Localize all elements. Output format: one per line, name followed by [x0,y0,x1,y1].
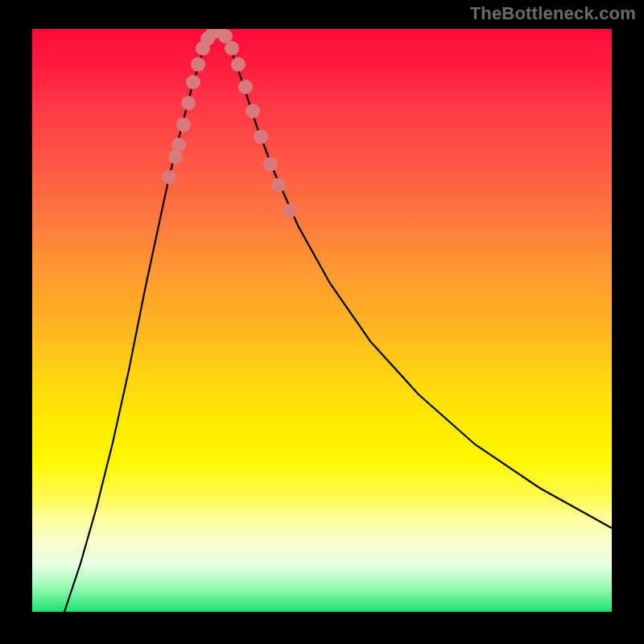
highlight-dot [181,96,196,110]
bottleneck-curve [64,31,612,612]
highlighted-points-group [162,29,297,218]
highlight-dot [191,57,205,72]
highlight-dot [171,138,186,152]
plot-area [32,29,612,612]
highlight-dot [254,130,268,144]
highlight-dot [263,157,278,171]
highlight-dot [271,178,286,192]
highlight-dot [231,57,246,72]
highlight-dot [246,104,260,118]
chart-stage: TheBottleneck.com [0,0,644,644]
highlight-dot [283,204,297,218]
highlight-dot [225,41,239,56]
watermark-label: TheBottleneck.com [470,3,636,24]
highlight-dot [186,75,200,89]
curve-layer [32,29,612,612]
highlight-dot [238,80,253,94]
highlight-dot [176,118,191,132]
highlight-dot [162,170,176,184]
